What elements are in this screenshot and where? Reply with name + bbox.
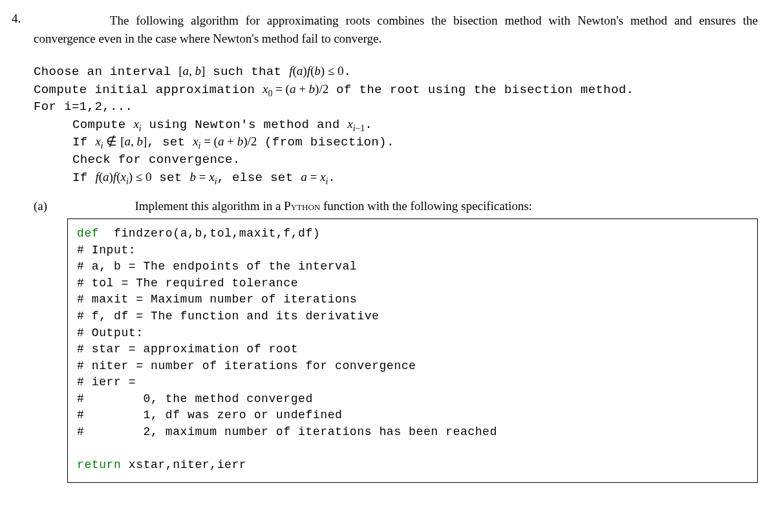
algo-line-2: Compute initial approximation x0 = (a + … <box>34 81 758 99</box>
code-line: # Input: <box>77 244 136 257</box>
code-line: xstar,niter,ierr <box>121 458 246 471</box>
algo-line-7: If f(a)f(xi) ≤ 0 set b = xi, else set a … <box>34 169 758 187</box>
math-x0: x0 = (a + b)/2 <box>263 82 329 96</box>
math-xi-notin: xi ∉ [a, b] <box>95 134 147 148</box>
algo-line-3: For i=1,2,... <box>34 98 758 116</box>
algo-text: . <box>328 171 336 185</box>
code-box: def findzero(a,b,tol,maxit,f,df) # Input… <box>67 218 758 483</box>
algo-text: For i=1,2,... <box>34 100 133 114</box>
code-line: # tol = The required tolerance <box>77 277 298 290</box>
problem-body: The following algorithm for approximatin… <box>34 12 758 483</box>
code-line: # f, df = The function and its derivativ… <box>77 310 379 323</box>
algo-text: set <box>151 171 189 185</box>
part-a-text: Implement this algorithm in a Python fun… <box>67 199 758 213</box>
algo-line-6: Check for convergence. <box>34 151 758 169</box>
math-xim1: xi−1 <box>347 117 365 131</box>
algorithm-block: Choose an interval [a, b] such that f(a)… <box>34 63 758 186</box>
algo-text: , else set <box>217 171 301 185</box>
math-interval: [a, b] <box>178 64 205 78</box>
code-line: # Output: <box>77 326 144 339</box>
problem-number: 4. <box>12 12 34 26</box>
part-a-text-post: function with the following specificatio… <box>320 199 532 213</box>
algo-text: If <box>72 171 95 185</box>
part-a-label: (a) <box>34 199 67 213</box>
algo-line-1: Choose an interval [a, b] such that f(a)… <box>34 63 758 81</box>
code-line: # 0, the method converged <box>77 392 313 405</box>
algo-text: of the root using the bisection method. <box>329 83 634 97</box>
algo-text: , set <box>147 135 193 149</box>
algo-text: . <box>365 118 372 132</box>
algo-text: Check for convergence. <box>72 153 241 167</box>
math-beq: b = xi <box>189 170 217 184</box>
algo-text: such that <box>205 65 289 79</box>
code-line: findzero(a,b,tol,maxit,f,df) <box>99 227 320 240</box>
math-fafb: f(a)f(b) ≤ 0 <box>289 64 343 78</box>
code-line: # niter = number of iterations for conve… <box>77 359 416 372</box>
math-aeq: a = xi <box>301 170 328 184</box>
problem-intro: The following algorithm for approximatin… <box>34 12 758 47</box>
code-kw-return: return <box>77 458 121 471</box>
code-line: # a, b = The endpoints of the interval <box>77 260 357 273</box>
problem-block: 4. The following algorithm for approxima… <box>12 12 758 483</box>
algo-text: Choose an interval <box>34 65 178 79</box>
algo-text: Compute initial approximation <box>34 83 263 97</box>
part-a-row: (a) Implement this algorithm in a Python… <box>34 199 758 213</box>
algo-line-5: If xi ∉ [a, b], set xi = (a + b)/2 (from… <box>34 133 758 151</box>
algo-text: If <box>72 135 95 149</box>
page: 4. The following algorithm for approxima… <box>0 0 776 501</box>
math-xi: xi <box>133 117 141 131</box>
algo-text: using Newton's method and <box>142 118 348 132</box>
code-line: # star = approximation of root <box>77 343 298 356</box>
python-name: Python <box>284 199 320 213</box>
algo-text: (from bisection). <box>257 135 394 149</box>
part-a-text-pre: Implement this algorithm in a <box>135 199 285 213</box>
algo-text: . <box>344 65 352 79</box>
math-xi-eq: xi = (a + b)/2 <box>193 134 257 148</box>
code-kw-def: def <box>77 227 99 240</box>
algo-line-4: Compute xi using Newton's method and xi−… <box>34 116 758 134</box>
code-line: # 1, df was zero or undefined <box>77 409 342 421</box>
code-line: # ierr = <box>77 376 136 388</box>
code-line: # maxit = Maximum number of iterations <box>77 293 357 306</box>
math-faxi: f(a)f(xi) ≤ 0 <box>95 170 151 184</box>
algo-text: Compute <box>72 118 133 132</box>
code-line: # 2, maximum number of iterations has be… <box>77 425 497 438</box>
